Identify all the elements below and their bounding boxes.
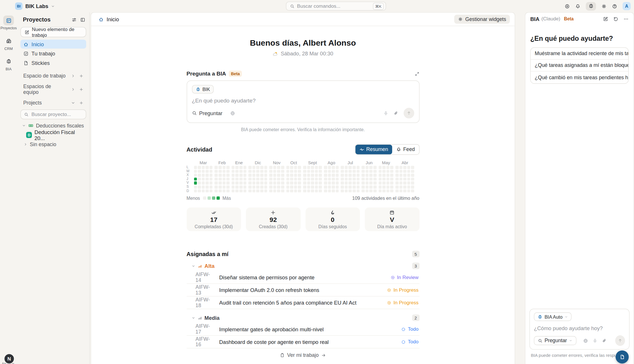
view-my-work-link[interactable]: Ver mi trabajo — [186, 349, 419, 362]
heatmap-cell[interactable] — [324, 166, 327, 169]
heatmap-cell[interactable] — [256, 174, 260, 177]
heatmap-cell[interactable] — [269, 170, 272, 173]
heatmap-cell[interactable] — [411, 170, 414, 173]
heatmap-cell[interactable] — [252, 174, 256, 177]
heatmap-cell[interactable] — [370, 189, 373, 193]
heatmap-cell[interactable] — [227, 166, 230, 169]
heatmap-cell[interactable] — [281, 185, 284, 189]
question-circle-icon[interactable] — [612, 3, 617, 9]
heatmap-cell[interactable] — [353, 174, 356, 177]
heatmap-cell[interactable] — [227, 178, 230, 181]
heatmap-cell[interactable] — [231, 189, 235, 193]
heatmap-cell[interactable] — [341, 170, 344, 173]
heatmap-cell[interactable] — [231, 170, 235, 173]
heatmap-cell[interactable] — [411, 166, 414, 169]
heatmap-cell[interactable] — [378, 166, 382, 169]
heatmap-cell[interactable] — [311, 178, 314, 181]
preguntar-mode-dropdown[interactable]: Preguntar — [534, 336, 576, 345]
heatmap-cell[interactable] — [227, 170, 230, 173]
heatmap-cell[interactable] — [281, 170, 284, 173]
rail-item-bia[interactable]: BIA — [0, 56, 17, 71]
heatmap-cell[interactable] — [336, 174, 339, 177]
suggestion-item[interactable]: ¿Qué tareas asignadas a mí están bloquea… — [531, 60, 628, 71]
sidebar-section-projects[interactable]: Projects — [20, 98, 86, 108]
heatmap-cell[interactable] — [219, 178, 222, 181]
heatmap-cell[interactable] — [303, 181, 306, 185]
heatmap-cell[interactable] — [370, 174, 373, 177]
heatmap-cell[interactable] — [303, 185, 306, 189]
heatmap-cell[interactable] — [243, 185, 246, 189]
heatmap-cell[interactable] — [373, 178, 376, 181]
heatmap-cell[interactable] — [235, 181, 239, 185]
heatmap-cell[interactable] — [399, 185, 403, 189]
heatmap-cell[interactable] — [248, 181, 252, 185]
heatmap-cell[interactable] — [223, 185, 226, 189]
heatmap-cell[interactable] — [366, 174, 369, 177]
heatmap-cell[interactable] — [315, 185, 318, 189]
heatmap-cell[interactable] — [252, 170, 256, 173]
heatmap-cell[interactable] — [319, 178, 322, 181]
heatmap-cell[interactable] — [353, 166, 356, 169]
send-button[interactable] — [615, 335, 625, 346]
heatmap-cell[interactable] — [215, 189, 218, 193]
heatmap-cell[interactable] — [223, 178, 226, 181]
bia-chat-input[interactable] — [534, 325, 625, 331]
heatmap-cell[interactable] — [277, 178, 280, 181]
heatmap-cell[interactable] — [386, 174, 390, 177]
heatmap-cell[interactable] — [198, 178, 201, 181]
heatmap-cell[interactable] — [235, 166, 239, 169]
heatmap-cell[interactable] — [303, 189, 306, 193]
chat-fab-button[interactable] — [616, 351, 629, 364]
heatmap-cell[interactable] — [219, 166, 222, 169]
heatmap-cell[interactable] — [269, 178, 272, 181]
heatmap-cell[interactable] — [328, 170, 331, 173]
heatmap-cell[interactable] — [332, 189, 335, 193]
heatmap-cell[interactable] — [298, 181, 301, 185]
heatmap-cell[interactable] — [311, 174, 314, 177]
heatmap-cell[interactable] — [403, 174, 406, 177]
heatmap-cell[interactable] — [373, 189, 376, 193]
heatmap-cell[interactable] — [202, 181, 205, 185]
heatmap-cell[interactable] — [307, 166, 310, 169]
heatmap-cell[interactable] — [382, 178, 386, 181]
heatmap-cell[interactable] — [315, 174, 318, 177]
heatmap-cell[interactable] — [223, 181, 226, 185]
heatmap-cell[interactable] — [370, 178, 373, 181]
heatmap-cell[interactable] — [332, 181, 335, 185]
heatmap-cell[interactable] — [256, 170, 260, 173]
task-status[interactable]: In Progress — [387, 300, 419, 305]
heatmap-cell[interactable] — [260, 166, 263, 169]
task-row[interactable]: AIFW-17 Implementar gates de aprobación … — [186, 323, 419, 336]
heatmap-cell[interactable] — [370, 166, 373, 169]
heatmap-cell[interactable] — [248, 166, 252, 169]
bell-icon[interactable] — [575, 3, 580, 9]
heatmap-cell[interactable] — [324, 189, 327, 193]
heatmap-cell[interactable] — [243, 166, 246, 169]
heatmap-cell[interactable] — [256, 189, 260, 193]
heatmap-cell[interactable] — [411, 178, 414, 181]
task-row[interactable]: AIFW-14 Diseñar sistema de permisos por … — [186, 271, 419, 284]
heatmap-cell[interactable] — [332, 174, 335, 177]
history-icon[interactable] — [613, 16, 618, 21]
heatmap-cell[interactable] — [223, 174, 226, 177]
heatmap-cell[interactable] — [349, 185, 352, 189]
heatmap-cell[interactable] — [194, 174, 197, 177]
heatmap-cell[interactable] — [198, 166, 201, 169]
sidebar-section-espacios-de-equipo[interactable]: Espacios de equipo — [20, 84, 86, 94]
heatmap-cell[interactable] — [399, 166, 403, 169]
heatmap-cell[interactable] — [303, 178, 306, 181]
heatmap-cell[interactable] — [198, 174, 201, 177]
heatmap-cell[interactable] — [239, 185, 243, 189]
heatmap-cell[interactable] — [235, 185, 239, 189]
heatmap-cell[interactable] — [206, 185, 209, 189]
heatmap-cell[interactable] — [366, 166, 369, 169]
heatmap-cell[interactable] — [390, 178, 393, 181]
heatmap-cell[interactable] — [336, 178, 339, 181]
heatmap-cell[interactable] — [235, 170, 239, 173]
heatmap-cell[interactable] — [362, 178, 365, 181]
heatmap-cell[interactable] — [378, 178, 382, 181]
heatmap-cell[interactable] — [239, 170, 243, 173]
heatmap-cell[interactable] — [303, 170, 306, 173]
heatmap-cell[interactable] — [407, 166, 410, 169]
workspace-switcher[interactable]: BI BIK Labs — [0, 3, 55, 10]
